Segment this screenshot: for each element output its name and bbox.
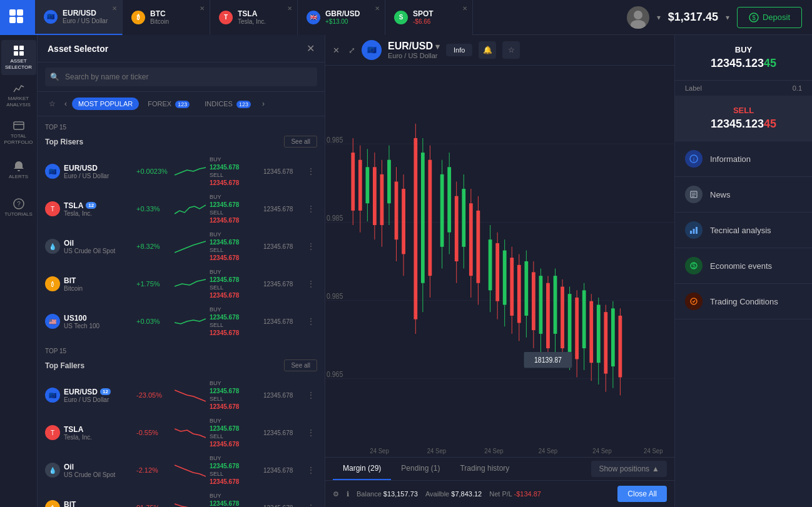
riser-more-1[interactable]: ⋮ — [305, 203, 317, 214]
faller-sparkline-1 — [175, 425, 206, 440]
tab-btc[interactable]: ✕ ₿ BTC Bitcoin — [123, 0, 210, 35]
star-filter-button[interactable]: ☆ — [45, 97, 59, 111]
asset-list: TOP 15 Top Risers See all 🇪🇺 EUR/USD Eur… — [38, 116, 325, 507]
info-item-technical-analysis[interactable]: Tecnical analysis — [675, 213, 812, 248]
riser-more-0[interactable]: ⋮ — [305, 166, 317, 177]
tab-tsla[interactable]: ✕ T TSLA Tesla, Inc. — [210, 0, 298, 35]
tab-icon-gbpusd: 🇬🇧 — [307, 11, 320, 24]
chart-bottom-bar: ⚙ ℹ Balance $13,157.73 Availble $7,843.1… — [325, 481, 674, 507]
settings-icon[interactable]: ⚙ — [333, 490, 339, 498]
tab-spot[interactable]: ✕ S SPOT -$6.66 — [385, 0, 473, 35]
chart-tab-pending[interactable]: Pending (1) — [391, 458, 450, 480]
balance-dropdown-icon[interactable]: ▾ — [726, 13, 729, 22]
show-positions-button[interactable]: Show positions ▲ — [591, 461, 667, 477]
faller-row-3[interactable]: ₿ BIT Bitcoin 01.75% BUY 12345.678 SELL … — [38, 489, 325, 507]
close-all-button[interactable]: Close All — [617, 486, 667, 502]
svg-text:i: i — [693, 156, 694, 163]
svg-point-4 — [634, 11, 642, 19]
next-filter-arrow[interactable]: › — [260, 97, 267, 111]
info-item-news[interactable]: News — [675, 177, 812, 213]
faller-more-3[interactable]: ⋮ — [305, 502, 317, 507]
tab-close-eurusd[interactable]: ✕ — [112, 5, 117, 12]
riser-more-3[interactable]: ⋮ — [305, 278, 317, 289]
faller-buysell-0: BUY 12345.678 SELL 12345.678 — [210, 380, 260, 410]
sidebar-item-tutorials[interactable]: ? TUTORIALS — [1, 190, 36, 225]
sidebar-item-market-analysis[interactable]: MARKETANALYSIS — [1, 78, 36, 113]
app-logo[interactable] — [0, 0, 35, 35]
faller-sparkline-0 — [175, 388, 206, 403]
info-item-economic-events[interactable]: $ Economic events — [675, 248, 812, 284]
tab-sub-btc: Bitcoin — [150, 18, 169, 25]
faller-sparkline-2 — [175, 463, 206, 478]
filter-tab-indices[interactable]: INDICES 123 — [198, 98, 257, 110]
faller-symbol-3: BIT — [64, 500, 133, 508]
star-tool-button[interactable]: ☆ — [502, 41, 520, 59]
sidebar-item-total-portfolio[interactable]: TOTALPORTFOLIO — [1, 115, 36, 150]
svg-rect-72 — [539, 276, 543, 334]
riser-more-4[interactable]: ⋮ — [305, 316, 317, 327]
tab-close-spot[interactable]: ✕ — [462, 5, 467, 12]
svg-text:0.965: 0.965 — [327, 370, 343, 379]
riser-row-0[interactable]: 🇪🇺 EUR/USD Euro / US Dollar +0.0023% BUY… — [38, 153, 325, 190]
economic-events-icon: $ — [685, 257, 703, 274]
trade-sell-section[interactable]: SELL 12345.12345 — [675, 96, 812, 141]
riser-row-1[interactable]: T TSLA 12 Tesla, Inc. +0.33% BUY 12345.6… — [38, 190, 325, 228]
riser-row-3[interactable]: ₿ BIT Bitcoin +1.75% BUY 12345.678 SELL … — [38, 265, 325, 303]
info-item-information[interactable]: i Information — [675, 141, 812, 177]
tab-gbpusd[interactable]: ✕ 🇬🇧 GBR/USD +$13.00 — [298, 0, 385, 35]
tab-close-btc[interactable]: ✕ — [200, 5, 205, 12]
filter-tab-most-popular[interactable]: MOST POPULAR — [72, 98, 139, 110]
faller-price-2: 12345.678 — [263, 467, 301, 474]
faller-more-1[interactable]: ⋮ — [305, 427, 317, 438]
faller-buysell-1: BUY 12345.678 SELL 12345.678 — [210, 418, 260, 448]
svg-rect-42 — [421, 153, 425, 283]
top-fallers-see-all[interactable]: See all — [284, 359, 317, 371]
tab-close-tsla[interactable]: ✕ — [287, 5, 292, 12]
information-icon: i — [685, 150, 703, 168]
riser-change-3: +1.75% — [136, 280, 171, 288]
filter-tab-forex[interactable]: FOREX 123 — [141, 98, 196, 110]
info-icon-bottom[interactable]: ℹ — [347, 490, 349, 498]
svg-rect-8 — [14, 46, 18, 50]
top-risers-see-all[interactable]: See all — [284, 136, 317, 148]
prev-filter-arrow[interactable]: ‹ — [62, 97, 69, 111]
sidebar-item-asset-selector[interactable]: ASSETSELECTOR — [1, 40, 36, 75]
top-fallers-title: Top Fallers See all — [38, 357, 325, 376]
riser-price-2: 12345.678 — [263, 243, 301, 250]
search-input[interactable] — [45, 68, 317, 86]
svg-rect-111 — [696, 227, 698, 234]
svg-rect-54 — [469, 203, 473, 276]
riser-more-2[interactable]: ⋮ — [305, 241, 317, 252]
info-button[interactable]: Info — [446, 44, 472, 56]
chart-tab-history[interactable]: Trading history — [450, 458, 519, 480]
faller-symbol-2: Oil — [64, 463, 133, 471]
avatar[interactable] — [627, 6, 649, 29]
user-dropdown-icon[interactable]: ▾ — [657, 13, 661, 22]
alert-tool-button[interactable]: 🔔 — [479, 41, 496, 59]
faller-row-2[interactable]: 💧 Oil US Crude Oil Spot -2.12% BUY 12345… — [38, 451, 325, 489]
pair-flag: 🇪🇺 — [362, 40, 382, 60]
trade-buy-section[interactable]: BUY 12345.12345 — [675, 35, 812, 81]
faller-row-1[interactable]: T TSLA Tesla, Inc. -0.55% BUY 12345.678 … — [38, 414, 325, 451]
faller-row-0[interactable]: 🇪🇺 EUR/USD 12 Euro / US Dollar -23.05% B… — [38, 376, 325, 414]
pair-dropdown-icon[interactable]: ▾ — [435, 42, 440, 51]
right-panel: BUY 12345.12345 Label 0.1 SELL 12345.123… — [674, 35, 812, 507]
deposit-button[interactable]: $ Deposit — [737, 7, 802, 28]
info-item-trading-conditions[interactable]: Trading Conditions — [675, 284, 812, 319]
riser-row-4[interactable]: 🇺🇸 US100 US Tech 100 +0.03% BUY 12345.67… — [38, 303, 325, 340]
chart-close-button[interactable]: ✕ — [333, 46, 340, 55]
news-icon — [685, 186, 703, 203]
asset-panel-close-button[interactable]: ✕ — [307, 43, 315, 54]
tab-eurusd[interactable]: ✕ 🇪🇺 EUR/USD Euro / US Dollar — [35, 0, 123, 35]
sidebar-item-alerts[interactable]: ALERTS — [1, 153, 36, 188]
faller-more-2[interactable]: ⋮ — [305, 464, 317, 476]
chart-area: ✕ ⤢ 🇪🇺 EUR/USD ▾ Euro / US Dollar Info 🔔… — [325, 35, 674, 507]
riser-row-2[interactable]: 💧 Oil US Crude Oil Spot +8.32% BUY 12345… — [38, 228, 325, 265]
chart-tab-margin[interactable]: Margin (29) — [333, 458, 391, 480]
riser-price-1: 12345.678 — [263, 206, 301, 213]
faller-price-1: 12345.678 — [263, 429, 301, 436]
tab-close-gbpusd[interactable]: ✕ — [375, 5, 380, 12]
faller-more-0[interactable]: ⋮ — [305, 389, 317, 401]
chart-expand-button[interactable]: ⤢ — [348, 46, 355, 55]
tab-change-gbpusd: +$13.00 — [325, 18, 360, 25]
